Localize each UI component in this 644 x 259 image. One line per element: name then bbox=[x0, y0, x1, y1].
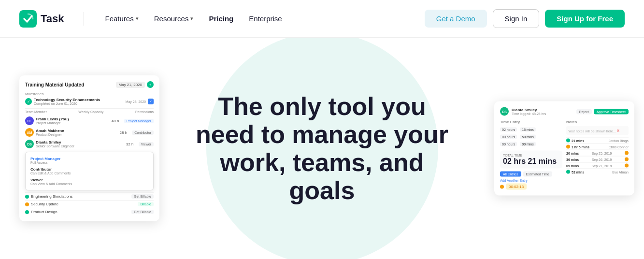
svg-rect-0 bbox=[19, 10, 37, 28]
task-engineering: Engineering Simulations Get Billable bbox=[25, 192, 154, 200]
logo-text: Task bbox=[41, 13, 64, 25]
amah-permission: Contributor bbox=[132, 130, 154, 135]
status-dot bbox=[566, 170, 570, 174]
time-logged: Time logged: 48.25 hrs bbox=[512, 112, 546, 115]
nav-enterprise[interactable]: Enterprise bbox=[243, 11, 287, 27]
panel-header: Training Material Updated May 21, 2020 + bbox=[25, 81, 154, 88]
milestones-label: Milestones bbox=[25, 92, 154, 96]
milestone-info: ✓ Technology Security Enhancements Compl… bbox=[25, 98, 100, 105]
activity-1: 21 mins Jordan Binga bbox=[566, 137, 629, 144]
time-entry-label: Time Entry bbox=[500, 120, 562, 124]
right-screenshot: DS Dianta Smiley Time logged: 48.25 hrs … bbox=[494, 101, 634, 196]
team-header: Team Member Weekly Capacity Permissions bbox=[25, 108, 154, 115]
task-name: Product Design bbox=[31, 210, 129, 214]
notes-area: Your notes will be shown here... × bbox=[566, 126, 629, 135]
activity-mins: 52 mins bbox=[572, 170, 584, 173]
status-dot bbox=[566, 145, 570, 149]
check-box: ✓ bbox=[148, 99, 154, 104]
user-name: Dianta Smiley bbox=[512, 108, 546, 112]
task-tag: Get Billable bbox=[131, 194, 154, 199]
amah-capacity: 28 h bbox=[116, 130, 130, 135]
user-details: Dianta Smiley Time logged: 48.25 hrs bbox=[512, 108, 546, 115]
hours-select[interactable]: 00 hours bbox=[500, 135, 517, 139]
activity-name: Eve Atman bbox=[612, 170, 629, 173]
approve-button[interactable]: Approve Timesheet bbox=[594, 109, 629, 114]
activity-5: 09 mins Sep 27, 2019 bbox=[566, 162, 629, 169]
milestones-section: Milestones ✓ Technology Security Enhance… bbox=[25, 92, 154, 105]
user-avatar: DS bbox=[500, 107, 509, 116]
activity-mins: 21 mins bbox=[572, 139, 584, 142]
right-panel-header: DS Dianta Smiley Time logged: 48.25 hrs … bbox=[500, 107, 629, 116]
add-entry-link[interactable]: Add Another Entry bbox=[500, 179, 562, 182]
activity-date: Sep 27, 2019 bbox=[592, 164, 612, 167]
panel-columns: Time Entry 02 hours 15 mins 00 hours 50 … bbox=[500, 120, 629, 190]
nav-features[interactable]: Features ▾ bbox=[100, 11, 144, 27]
tab-estimated[interactable]: Estimated Time bbox=[523, 172, 552, 177]
timer-dot bbox=[500, 185, 504, 188]
demo-button[interactable]: Get a Demo bbox=[425, 10, 487, 28]
activity-6: 52 mins Eve Atman bbox=[566, 169, 629, 175]
timer-value: 00:02:13 bbox=[506, 184, 527, 190]
hours-select[interactable]: 02 hours bbox=[500, 128, 517, 132]
task-security: Security Update Billable bbox=[25, 200, 154, 208]
task-tag: Billable bbox=[138, 202, 154, 206]
chevron-down-icon: ▾ bbox=[190, 15, 193, 22]
tab-all-entries[interactable]: All Entries bbox=[500, 172, 521, 177]
reject-button[interactable]: Reject bbox=[576, 109, 592, 114]
chevron-down-icon: ▾ bbox=[136, 15, 139, 22]
activity-4: 36 mins Sep 26, 2019 bbox=[566, 156, 629, 162]
activity-mins: 1 hr 5 mins bbox=[572, 145, 589, 148]
hours-select[interactable]: 00 hours bbox=[500, 142, 517, 146]
nav-pricing[interactable]: Pricing bbox=[203, 11, 239, 27]
milestone-details: Technology Security Enhancements Complet… bbox=[34, 98, 100, 105]
mins-select[interactable]: 00 mins bbox=[520, 142, 536, 146]
dropdown-manager: Project Manager Full Access bbox=[29, 155, 150, 166]
entry-1: 02 hours 15 mins bbox=[500, 126, 562, 133]
avatar-frank: FL bbox=[25, 116, 34, 125]
logo[interactable]: Task bbox=[19, 10, 64, 28]
activity-mins: 36 mins bbox=[566, 158, 579, 161]
dianta-permission: Viewer bbox=[139, 142, 154, 146]
nav-links: Features ▾ Resources ▾ Pricing Enterpris… bbox=[100, 11, 425, 27]
team-label: Team Member bbox=[25, 110, 47, 114]
task-product: Product Design Get Billable bbox=[25, 208, 154, 216]
close-notes-icon[interactable]: × bbox=[617, 128, 620, 133]
nav-resources[interactable]: Resources ▾ bbox=[148, 11, 200, 27]
activity-info: 52 mins bbox=[566, 170, 584, 174]
nav-divider bbox=[84, 12, 84, 26]
dot-icon bbox=[625, 164, 629, 168]
member-dianta-info: Dianta Smiley Senior Software Engineer bbox=[36, 140, 121, 148]
member-dianta: DS Dianta Smiley Senior Software Enginee… bbox=[25, 138, 154, 150]
avatar-amah: AM bbox=[25, 128, 34, 137]
dot-icon bbox=[625, 158, 629, 161]
mins-select[interactable]: 15 mins bbox=[520, 128, 536, 132]
member-frank-info: Frank Lewis (You) Project Manager bbox=[36, 117, 107, 125]
hero-text: The only tool you need to manage your wo… bbox=[186, 92, 458, 205]
task-name: Security Update bbox=[31, 202, 136, 206]
member-frank: FL Frank Lewis (You) Project Manager 40 … bbox=[25, 115, 154, 127]
dropdown-contributor: Contributor Can Edit & Add Comments bbox=[29, 166, 150, 176]
signup-button[interactable]: Sign Up for Free bbox=[545, 10, 625, 28]
milestone-row: ✓ Technology Security Enhancements Compl… bbox=[25, 98, 154, 105]
capacity-label: Weekly Capacity bbox=[78, 110, 103, 114]
permissions-label: Permissions bbox=[135, 110, 154, 114]
timer-row: 00:02:13 bbox=[500, 184, 562, 190]
member-amah-info: Amah Makhene Product Designer bbox=[36, 129, 114, 136]
signin-button[interactable]: Sign In bbox=[493, 9, 540, 28]
status-dot bbox=[566, 139, 570, 143]
user-info: DS Dianta Smiley Time logged: 48.25 hrs bbox=[500, 107, 546, 116]
activity-info: 1 hr 5 mins bbox=[566, 145, 589, 149]
logo-icon bbox=[19, 10, 37, 28]
milestone-right: May 28, 2020 ✓ bbox=[126, 99, 154, 104]
activity-mins: 09 mins bbox=[566, 164, 579, 167]
activity-name: Chris Conner bbox=[609, 145, 629, 148]
notes-placeholder: Your notes will be shown here... bbox=[568, 130, 616, 133]
main-nav: Task Features ▾ Resources ▾ Pricing Ente… bbox=[0, 0, 644, 38]
header-actions: May 21, 2020 + bbox=[116, 81, 154, 88]
dianta-capacity: 32 h bbox=[123, 142, 137, 146]
mins-select[interactable]: 50 mins bbox=[520, 135, 536, 139]
left-screenshot: Training Material Updated May 21, 2020 +… bbox=[19, 75, 159, 221]
check-icon: ✓ bbox=[25, 98, 32, 105]
milestone-date: Completed on June 01, 2020 bbox=[34, 102, 100, 105]
add-icon: + bbox=[147, 81, 154, 88]
